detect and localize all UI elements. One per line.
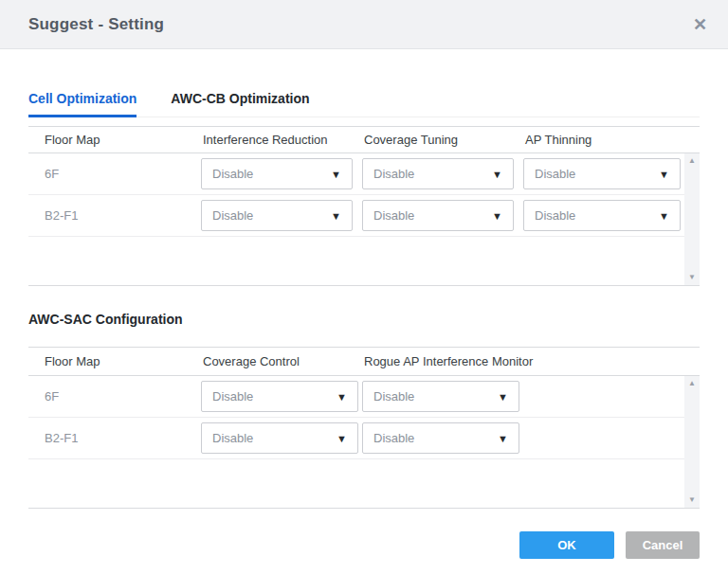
table-header: Floor Map Coverage Control Rogue AP Inte… — [28, 347, 700, 376]
coverage-tuning-select[interactable]: Disable ▼ — [362, 200, 514, 231]
interference-reduction-select[interactable]: Disable ▼ — [201, 158, 353, 189]
tab-bar: Cell Optimization AWC-CB Optimization — [28, 91, 700, 117]
vertical-scrollbar[interactable]: ▲ ▼ — [684, 376, 700, 508]
chevron-down-icon: ▼ — [659, 169, 669, 180]
interference-reduction-select[interactable]: Disable ▼ — [201, 200, 353, 231]
col-coverage-control: Coverage Control — [201, 354, 362, 368]
awc-sac-table: Floor Map Coverage Control Rogue AP Inte… — [28, 347, 700, 509]
close-icon[interactable]: ✕ — [693, 16, 707, 33]
dialog-footer: OK Cancel — [0, 509, 728, 559]
tab-cell-optimization[interactable]: Cell Optimization — [28, 91, 136, 117]
chevron-down-icon: ▼ — [492, 210, 502, 222]
table-body: 6F Disable ▼ Disable ▼ B2-F1 Disable ▼ — [28, 376, 700, 509]
cancel-button[interactable]: Cancel — [626, 531, 700, 559]
scroll-up-icon[interactable]: ▲ — [688, 157, 696, 165]
awc-sac-heading: AWC-SAC Configuration — [28, 312, 700, 327]
dialog-title: Suggest - Setting — [28, 15, 164, 34]
dialog-titlebar: Suggest - Setting ✕ — [0, 0, 728, 49]
chevron-down-icon: ▼ — [331, 210, 341, 222]
coverage-control-select[interactable]: Disable ▼ — [201, 381, 358, 412]
rogue-ap-monitor-select[interactable]: Disable ▼ — [362, 422, 519, 454]
chevron-down-icon: ▼ — [492, 169, 502, 180]
table-row: 6F Disable ▼ Disable ▼ Disable ▼ — [28, 153, 684, 195]
tab-awc-cb-optimization[interactable]: AWC-CB Optimization — [171, 91, 309, 117]
col-rogue-ap-monitor: Rogue AP Interference Monitor — [362, 354, 700, 368]
chevron-down-icon: ▼ — [498, 433, 508, 444]
table-header: Floor Map Interference Reduction Coverag… — [28, 126, 700, 153]
chevron-down-icon: ▼ — [331, 169, 341, 180]
scroll-down-icon[interactable]: ▼ — [688, 274, 696, 281]
floor-label: 6F — [28, 167, 201, 181]
rogue-ap-monitor-select[interactable]: Disable ▼ — [362, 381, 519, 412]
table-row: 6F Disable ▼ Disable ▼ — [28, 376, 684, 418]
floor-label: B2-F1 — [28, 431, 201, 445]
col-floor-map: Floor Map — [28, 354, 201, 368]
table-row: B2-F1 Disable ▼ Disable ▼ — [28, 418, 684, 459]
chevron-down-icon: ▼ — [337, 391, 347, 403]
cell-optimization-table: Floor Map Interference Reduction Coverag… — [28, 126, 700, 286]
table-body: 6F Disable ▼ Disable ▼ Disable ▼ B — [28, 153, 700, 286]
vertical-scrollbar[interactable]: ▲ ▼ — [684, 153, 700, 285]
table-row: B2-F1 Disable ▼ Disable ▼ Disable ▼ — [28, 195, 684, 237]
ap-thinning-select[interactable]: Disable ▼ — [523, 200, 681, 231]
col-coverage-tuning: Coverage Tuning — [362, 133, 523, 147]
col-interference-reduction: Interference Reduction — [201, 133, 362, 147]
scroll-down-icon[interactable]: ▼ — [688, 496, 696, 504]
coverage-control-select[interactable]: Disable ▼ — [201, 422, 358, 454]
scroll-up-icon[interactable]: ▲ — [688, 380, 696, 387]
chevron-down-icon: ▼ — [337, 433, 347, 444]
chevron-down-icon: ▼ — [659, 210, 669, 222]
coverage-tuning-select[interactable]: Disable ▼ — [362, 158, 514, 189]
floor-label: B2-F1 — [28, 208, 201, 223]
col-ap-thinning: AP Thinning — [523, 133, 700, 147]
ap-thinning-select[interactable]: Disable ▼ — [523, 158, 681, 189]
floor-label: 6F — [28, 389, 201, 404]
chevron-down-icon: ▼ — [498, 391, 508, 403]
col-floor-map: Floor Map — [28, 133, 201, 147]
ok-button[interactable]: OK — [519, 531, 614, 559]
